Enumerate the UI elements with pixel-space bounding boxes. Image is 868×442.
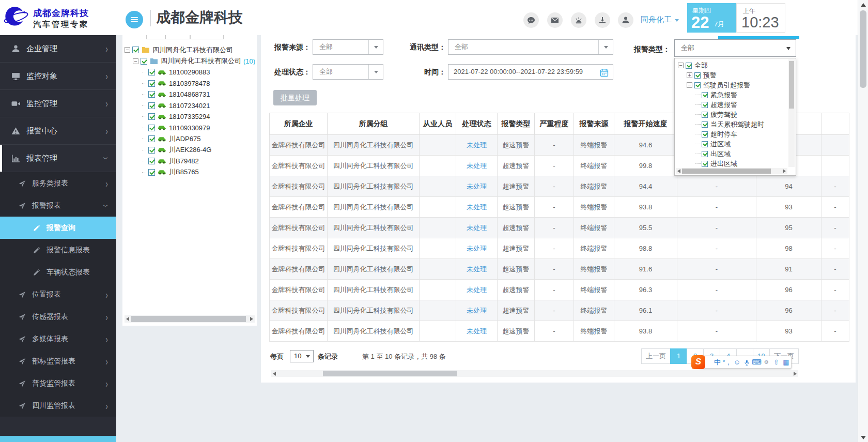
alarm-type-node-驾驶员引起报警[interactable]: −驾驶员引起报警 <box>677 80 787 90</box>
prev-page-button[interactable]: 上一页 <box>641 348 671 364</box>
checkbox[interactable] <box>148 147 155 154</box>
tree-node-group[interactable]: −四川同舟化工科技有限公司(10) <box>122 56 257 67</box>
alarm-type-node-超速报警[interactable]: 超速报警 <box>677 100 787 110</box>
tree-node-vehicle[interactable]: 18104868731 <box>122 89 257 100</box>
scroll-left-icon[interactable] <box>677 169 680 173</box>
tree-node-vehicle[interactable]: 川ADP675 <box>122 133 257 145</box>
download-icon[interactable] <box>595 12 610 28</box>
checkbox[interactable] <box>702 102 708 108</box>
checkbox[interactable] <box>686 63 692 69</box>
alarm-type-node-全部[interactable]: −全部 <box>677 60 787 70</box>
per-page-select[interactable]: 10 <box>290 350 314 362</box>
checkbox[interactable] <box>148 135 155 142</box>
scroll-down-icon[interactable] <box>861 436 866 439</box>
calendar-icon[interactable] <box>600 68 609 77</box>
sidebar-item-普货监管报表[interactable]: 普货监管报表› <box>0 372 116 394</box>
settings-icon[interactable]: ⚙ <box>762 356 771 368</box>
tree-node-vehicle[interactable]: 川B85765 <box>122 167 257 178</box>
alarm-type-node-进区域[interactable]: 进区域 <box>677 139 787 149</box>
checkbox[interactable] <box>694 82 701 88</box>
handle-status-link[interactable]: 未处理 <box>467 245 487 252</box>
sidebar-item-企业管理[interactable]: 企业管理› <box>0 35 116 63</box>
alarm-source-select[interactable]: 全部 <box>313 39 383 55</box>
skin-icon[interactable]: ⇧ <box>771 356 781 368</box>
scrollbar-thumb[interactable] <box>131 316 246 322</box>
sidebar-item-传感器报表[interactable]: 传感器报表› <box>0 306 116 328</box>
comm-type-select[interactable]: 全部 <box>448 39 613 55</box>
punctuation-icon[interactable]: °， <box>722 356 732 368</box>
scroll-left-icon[interactable] <box>126 317 129 321</box>
scrollbar-thumb[interactable] <box>860 10 866 88</box>
mail-icon[interactable] <box>547 12 563 28</box>
menu-toggle-button[interactable] <box>126 11 143 28</box>
sidebar-item-车辆状态报表[interactable]: 车辆状态报表 <box>0 261 116 283</box>
alarm-type-node-紧急报警[interactable]: 紧急报警 <box>677 90 787 100</box>
tree-node-company[interactable]: −四川同舟化工科技有限公司 <box>122 44 257 56</box>
handle-status-link[interactable]: 未处理 <box>467 162 487 170</box>
checkbox[interactable] <box>148 80 155 87</box>
user-icon[interactable] <box>618 12 633 28</box>
checkbox[interactable] <box>148 102 155 109</box>
time-range-input[interactable]: 2021-07-22 00:00:00--2021-07-22 23:59:59 <box>448 64 613 80</box>
scroll-right-icon[interactable] <box>250 317 253 321</box>
handle-status-link[interactable]: 未处理 <box>467 141 487 149</box>
sidebar-item-四川监管报表[interactable]: 四川监管报表› <box>0 394 116 417</box>
tree-node-vehicle[interactable]: 川AEK286-4G <box>122 145 257 156</box>
handle-status-select[interactable]: 全部 <box>313 64 383 80</box>
toolbox-icon[interactable]: ▦ <box>781 356 791 368</box>
tree-node-vehicle[interactable]: 川B79482 <box>122 156 257 167</box>
checkbox[interactable] <box>141 58 147 65</box>
expand-icon[interactable]: + <box>687 72 692 78</box>
dropdown-horizontal-scrollbar[interactable] <box>676 168 787 174</box>
tree-node-vehicle[interactable]: 18103978478 <box>122 78 257 89</box>
checkbox[interactable] <box>148 158 155 164</box>
scroll-up-icon[interactable] <box>861 3 866 7</box>
alarm-type-node-超时停车[interactable]: 超时停车 <box>677 129 787 139</box>
sidebar-item-监控对象[interactable]: 监控对象› <box>0 63 116 90</box>
chinese-mode-icon[interactable]: 中 <box>712 356 722 368</box>
checkbox[interactable] <box>702 112 708 118</box>
soft-keyboard-icon[interactable]: ⌨ <box>752 356 762 368</box>
page-button-1[interactable]: 1 <box>670 348 687 364</box>
alarm-type-node-进出区域[interactable]: 进出区域 <box>677 159 787 167</box>
siren-icon[interactable] <box>571 12 586 28</box>
handle-status-link[interactable]: 未处理 <box>467 307 487 314</box>
scrollbar-thumb[interactable] <box>682 169 771 174</box>
tree-node-vehicle[interactable]: 18107335294 <box>122 111 257 123</box>
checkbox[interactable] <box>702 131 708 138</box>
tree-node-vehicle[interactable]: 18107234021 <box>122 100 257 112</box>
checkbox[interactable] <box>148 125 155 131</box>
checkbox[interactable] <box>148 91 155 98</box>
dropdown-vertical-scrollbar[interactable] <box>788 59 795 167</box>
table-horizontal-scrollbar[interactable] <box>271 370 798 377</box>
scroll-right-icon[interactable] <box>783 169 786 173</box>
handle-status-link[interactable]: 未处理 <box>467 182 487 190</box>
tree-node-vehicle[interactable]: 18100290883 <box>122 67 257 78</box>
emoji-icon[interactable]: ☺ <box>732 356 742 368</box>
checkbox[interactable] <box>702 151 708 157</box>
checkbox[interactable] <box>132 47 139 53</box>
checkbox[interactable] <box>702 92 708 98</box>
scrollbar-thumb[interactable] <box>323 371 457 376</box>
alarm-type-node-当天累积驾驶超时[interactable]: 当天累积驾驶超时 <box>677 119 787 129</box>
collapse-icon[interactable]: − <box>687 82 692 88</box>
sidebar-item-位置报表[interactable]: 位置报表› <box>0 283 116 306</box>
sidebar-item-报警报表[interactable]: 报警报表› <box>0 194 116 217</box>
sidebar-item-服务类报表[interactable]: 服务类报表› <box>0 172 116 194</box>
collapse-icon[interactable]: − <box>125 47 130 53</box>
scroll-left-icon[interactable] <box>273 372 276 376</box>
handle-status-link[interactable]: 未处理 <box>467 265 487 273</box>
collapse-icon[interactable]: − <box>678 63 684 68</box>
alarm-type-node-出区域[interactable]: 出区域 <box>677 149 787 159</box>
scroll-right-icon[interactable] <box>794 372 797 376</box>
checkbox[interactable] <box>148 169 155 176</box>
sidebar-item-报警中心[interactable]: 报警中心› <box>0 117 116 145</box>
sidebar-item-多媒体报表[interactable]: 多媒体报表› <box>0 328 116 350</box>
tree-horizontal-scrollbar[interactable] <box>125 315 255 323</box>
handle-status-link[interactable]: 未处理 <box>467 203 487 211</box>
sidebar-item-部标监管报表[interactable]: 部标监管报表› <box>0 350 116 372</box>
chat-icon[interactable] <box>523 12 539 28</box>
voice-icon[interactable] <box>742 356 752 368</box>
batch-process-button[interactable]: 批量处理 <box>273 90 317 105</box>
alarm-type-node-疲劳驾驶[interactable]: 疲劳驾驶 <box>677 110 787 119</box>
